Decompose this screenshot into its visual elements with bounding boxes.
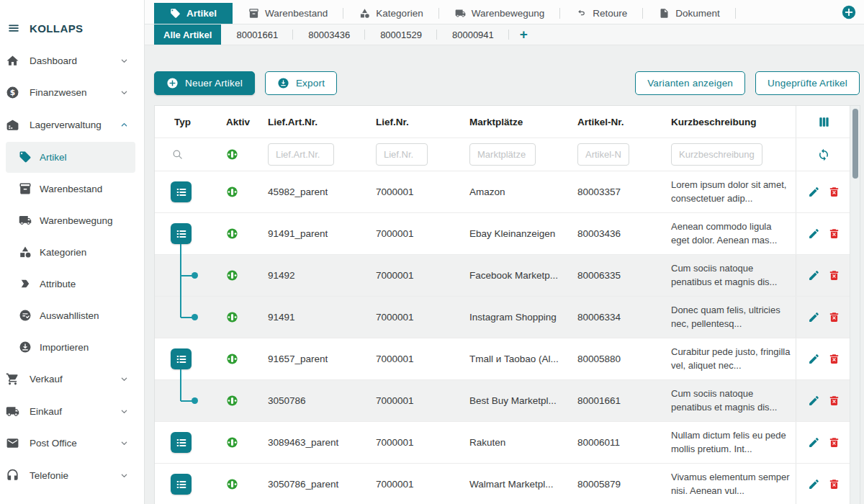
col-header-kurzbeschreibung[interactable]: Kurzbeschreibung bbox=[662, 106, 796, 138]
home-icon bbox=[6, 54, 19, 68]
search-icon[interactable] bbox=[171, 148, 184, 161]
sidebar-item-artikel[interactable]: Artikel bbox=[6, 142, 135, 173]
table-row[interactable]: 91491_parent 7000001 Ebay Kleinanzeigen … bbox=[155, 213, 851, 255]
cell-lief-art-nr: 3050786 bbox=[259, 380, 367, 421]
list-icon bbox=[174, 227, 189, 241]
table-scrollbar[interactable] bbox=[850, 106, 860, 504]
delete-icon[interactable] bbox=[828, 353, 840, 365]
sidebar-item-attribute[interactable]: Attribute bbox=[6, 269, 135, 300]
list-icon bbox=[174, 352, 189, 366]
tab-dokument[interactable]: Dokument bbox=[643, 3, 736, 24]
article-tab-80001661[interactable]: 80001661 bbox=[221, 24, 293, 45]
table-row[interactable]: 3050786 7000001 Best Buy Marketpl... 800… bbox=[155, 380, 851, 422]
edit-icon[interactable] bbox=[808, 311, 820, 323]
active-filter-icon[interactable] bbox=[226, 148, 238, 161]
active-status-icon[interactable] bbox=[226, 228, 238, 240]
cell-actions bbox=[796, 297, 851, 338]
export-button[interactable]: Export bbox=[265, 71, 337, 95]
sidebar-item-kategorien[interactable]: Kategorien bbox=[6, 237, 135, 268]
tab-artikel[interactable]: Artikel bbox=[154, 3, 233, 24]
sidebar-item-finanzwesen[interactable]: $ Finanzwesen bbox=[0, 77, 144, 109]
cell-lief-art-nr: 91491 bbox=[259, 297, 367, 338]
edit-icon[interactable] bbox=[808, 478, 820, 490]
scrollbar-thumb[interactable] bbox=[852, 109, 858, 179]
active-status-icon[interactable] bbox=[226, 186, 238, 198]
col-header-lief-nr[interactable]: Lief.Nr. bbox=[367, 106, 461, 138]
table-body: 45982_parent 7000001 Amazon 80003357 Lor… bbox=[155, 171, 860, 504]
delete-icon[interactable] bbox=[828, 436, 840, 449]
variant-list-button[interactable] bbox=[171, 348, 192, 369]
article-tab-80000941[interactable]: 80000941 bbox=[437, 24, 509, 45]
new-article-button[interactable]: Neuer Artikel bbox=[154, 71, 255, 95]
variant-list-button[interactable] bbox=[171, 181, 192, 202]
delete-icon[interactable] bbox=[828, 311, 840, 323]
table-row[interactable]: 45982_parent 7000001 Amazon 80003357 Lor… bbox=[155, 171, 851, 213]
filter-lief-art-nr-input[interactable] bbox=[268, 143, 334, 166]
col-header-lief-art-nr[interactable]: Lief.Art.Nr. bbox=[259, 106, 367, 138]
sidebar-item-post-office[interactable]: Post Office bbox=[0, 428, 144, 460]
edit-icon[interactable] bbox=[808, 269, 820, 282]
columns-icon[interactable] bbox=[817, 115, 831, 129]
delete-icon[interactable] bbox=[828, 228, 840, 240]
active-status-icon[interactable] bbox=[226, 395, 238, 407]
variant-list-button[interactable] bbox=[171, 432, 192, 453]
active-status-icon[interactable] bbox=[226, 436, 238, 449]
edit-icon[interactable] bbox=[808, 353, 820, 365]
delete-icon[interactable] bbox=[828, 186, 840, 198]
sidebar-item-warenbestand[interactable]: Warenbestand bbox=[6, 174, 135, 204]
delete-icon[interactable] bbox=[828, 269, 840, 282]
edit-icon[interactable] bbox=[808, 436, 820, 449]
col-header-marktplaetze[interactable]: Marktplätze bbox=[461, 106, 569, 138]
col-header-aktiv[interactable]: Aktiv bbox=[216, 106, 259, 138]
chevron-down-icon bbox=[119, 438, 130, 449]
show-variants-button[interactable]: Varianten anzeigen bbox=[635, 71, 745, 95]
edit-icon[interactable] bbox=[808, 395, 820, 407]
sidebar-item-telefonie[interactable]: Telefonie bbox=[0, 459, 144, 492]
article-tab-80001529[interactable]: 80001529 bbox=[365, 24, 437, 45]
col-header-artikel-nr[interactable]: Artikel-Nr. bbox=[569, 106, 662, 138]
active-status-icon[interactable] bbox=[226, 311, 238, 323]
article-tab-80003436[interactable]: 80003436 bbox=[293, 24, 365, 45]
filter-artikel-nr-input[interactable] bbox=[577, 143, 629, 166]
variant-list-button[interactable] bbox=[171, 223, 192, 244]
article-tab-alle-artikel[interactable]: Alle Artikel bbox=[154, 24, 221, 45]
filter-kurzbeschreibung-input[interactable] bbox=[671, 143, 762, 166]
sidebar-nav: Dashboard $ Finanzwesen Lagerverwaltung … bbox=[0, 45, 144, 492]
sidebar-item-importieren[interactable]: Importieren bbox=[6, 332, 135, 363]
cell-aktiv bbox=[216, 297, 259, 338]
truck-icon bbox=[455, 8, 466, 19]
delete-icon[interactable] bbox=[828, 395, 840, 407]
edit-icon[interactable] bbox=[808, 228, 820, 240]
active-status-icon[interactable] bbox=[226, 269, 238, 282]
table-row[interactable]: 91492 7000001 Facebook Marketp... 800063… bbox=[155, 255, 851, 297]
sidebar-item-verkauf[interactable]: Verkauf bbox=[0, 364, 144, 396]
sidebar-item-auswahllisten[interactable]: Auswahllisten bbox=[6, 300, 135, 331]
cell-marktplaetze: Facebook Marketp... bbox=[461, 255, 569, 296]
add-article-tab-button[interactable]: + bbox=[509, 24, 539, 45]
sidebar-item-einkauf[interactable]: Einkauf bbox=[0, 395, 144, 428]
table-row[interactable]: 3089463_parent 7000001 Rakuten 80006011 … bbox=[155, 422, 851, 464]
active-status-icon[interactable] bbox=[226, 478, 238, 490]
tab-warenbewegung[interactable]: Warenbewegung bbox=[439, 3, 561, 24]
table-row[interactable]: 91657_parent 7000001 Tmall и Taobao (Al.… bbox=[155, 338, 851, 380]
sidebar-item-dashboard[interactable]: Dashboard bbox=[0, 45, 144, 77]
sidebar-item-lagerverwaltung[interactable]: Lagerverwaltung bbox=[0, 109, 144, 141]
unchecked-articles-button[interactable]: Ungeprüfte Artikel bbox=[755, 71, 860, 95]
refresh-icon[interactable] bbox=[817, 148, 830, 161]
tab-warenbestand[interactable]: Warenbestand bbox=[233, 3, 343, 24]
filter-marktplaetze-input[interactable] bbox=[469, 143, 536, 166]
edit-icon[interactable] bbox=[808, 186, 820, 198]
tab-retoure[interactable]: Retoure bbox=[560, 3, 643, 24]
delete-icon[interactable] bbox=[828, 478, 840, 490]
table-row[interactable]: 91491 7000001 Instagram Shopping 8000633… bbox=[155, 297, 851, 338]
tab-kategorien[interactable]: Kategorien bbox=[343, 3, 438, 24]
variant-list-button[interactable] bbox=[171, 474, 192, 495]
filter-lief-nr-input[interactable] bbox=[376, 143, 428, 166]
active-status-icon[interactable] bbox=[226, 353, 238, 365]
add-module-tab-button[interactable] bbox=[841, 4, 857, 20]
col-header-typ[interactable]: Typ bbox=[155, 106, 216, 138]
menu-icon[interactable] bbox=[7, 22, 20, 35]
cell-artikel-nr: 80003436 bbox=[569, 213, 662, 254]
table-row[interactable]: 3050786_parent 7000001 Walmart Marketpl.… bbox=[155, 464, 851, 504]
sidebar-item-warenbewegung[interactable]: Warenbewegung bbox=[6, 205, 135, 236]
